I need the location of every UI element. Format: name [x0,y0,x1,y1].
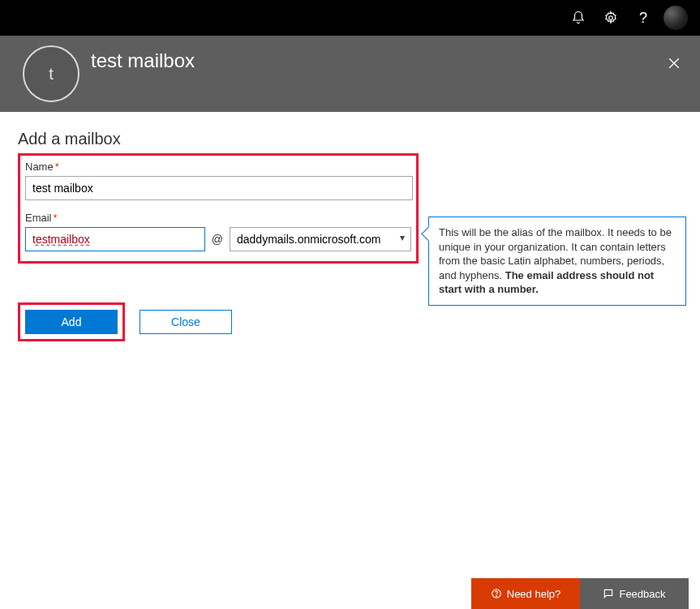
footer-bar: Need help? Feedback [471,578,689,609]
alias-callout: This will be the alias of the mailbox. I… [428,217,686,306]
topbar: ? [0,0,700,36]
page-heading: Add a mailbox [18,130,682,148]
email-label: Email* [25,212,411,224]
form-highlight-box: Name* Email* @ daddymails.onmicrosoft.co… [18,153,419,264]
feedback-label: Feedback [619,588,665,600]
need-help-button[interactable]: Need help? [471,578,580,609]
svg-point-0 [609,16,613,20]
close-button[interactable]: Close [140,310,232,334]
help-icon[interactable]: ? [627,0,659,36]
user-avatar[interactable] [659,0,692,36]
domain-select[interactable]: daddymails.onmicrosoft.com [230,227,411,251]
at-symbol: @ [212,233,223,246]
bell-icon[interactable] [562,0,595,36]
required-asterisk: * [54,212,58,224]
add-button[interactable]: Add [25,310,118,334]
email-alias-input[interactable] [25,227,205,251]
name-input[interactable] [25,176,413,200]
required-asterisk: * [55,161,59,173]
panel-title: test mailbox [91,49,195,72]
panel-header: t test mailbox [0,36,700,112]
need-help-label: Need help? [507,588,561,600]
feedback-button[interactable]: Feedback [580,578,689,609]
button-row: Add Close [18,302,682,341]
close-icon[interactable] [666,55,682,74]
avatar-circle: t [23,45,79,102]
email-row: @ daddymails.onmicrosoft.com [25,227,411,251]
domain-select-wrap: daddymails.onmicrosoft.com [230,227,411,251]
add-button-highlight: Add [18,302,125,341]
avatar-letter: t [49,65,54,84]
name-label: Name* [25,161,411,173]
question-circle-icon [491,588,502,599]
chat-icon [603,588,614,599]
content-area: Add a mailbox Name* Email* @ daddymails.… [0,112,700,341]
gear-icon[interactable] [595,0,627,36]
svg-point-4 [496,595,496,596]
